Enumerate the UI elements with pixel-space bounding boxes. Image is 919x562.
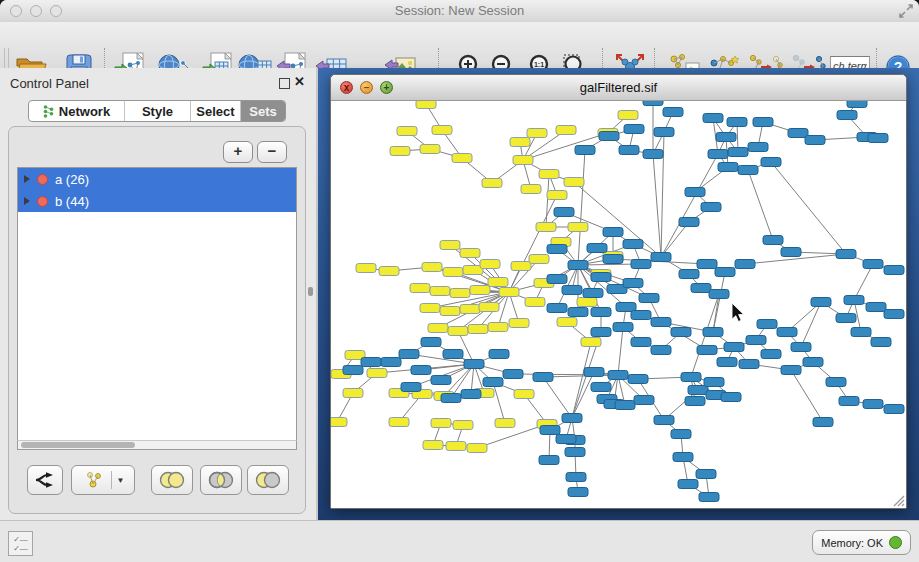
graph-node-blue[interactable] [464, 360, 484, 369]
graph-node-yellow[interactable] [509, 319, 529, 328]
graph-node-blue[interactable] [591, 328, 611, 337]
graph-node-blue[interactable] [671, 430, 691, 439]
graph-node-yellow[interactable] [499, 288, 519, 297]
graph-node-blue[interactable] [837, 111, 857, 120]
graph-node-blue[interactable] [761, 350, 781, 359]
graph-node-blue[interactable] [748, 143, 768, 152]
graph-node-yellow[interactable] [482, 179, 502, 188]
set-row-a[interactable]: a (26) [18, 168, 296, 190]
graph-node-blue[interactable] [753, 118, 773, 127]
graph-node-yellow[interactable] [367, 369, 387, 378]
graph-node-blue[interactable] [863, 260, 883, 269]
graph-node-blue[interactable] [401, 383, 421, 392]
graph-node-blue[interactable] [781, 248, 801, 257]
graph-node-blue[interactable] [685, 397, 705, 406]
graph-node-blue[interactable] [343, 366, 363, 375]
graph-node-blue[interactable] [724, 343, 744, 352]
graph-node-yellow[interactable] [568, 223, 588, 232]
graph-node-blue[interactable] [697, 346, 717, 355]
graph-node-yellow[interactable] [423, 441, 443, 450]
network-canvas[interactable] [331, 101, 906, 508]
remove-set-button[interactable]: − [257, 141, 287, 163]
fullscreen-icon[interactable] [899, 4, 913, 18]
tab-select[interactable]: Select [191, 101, 241, 121]
graph-node-blue[interactable] [547, 304, 567, 313]
graph-node-blue[interactable] [503, 370, 523, 379]
graph-node-blue[interactable] [738, 166, 758, 175]
create-set-from-network-button[interactable]: ▼ [71, 465, 135, 495]
graph-node-blue[interactable] [565, 448, 585, 457]
graph-node-yellow[interactable] [547, 191, 567, 200]
graph-node-blue[interactable] [568, 261, 588, 270]
graph-node-yellow[interactable] [448, 327, 468, 336]
scrollbar-thumb[interactable] [21, 442, 135, 448]
network-window-titlebar[interactable]: x – + galFiltered.sif [331, 75, 906, 101]
graph-node-blue[interactable] [728, 148, 748, 157]
graph-node-blue[interactable] [699, 493, 719, 502]
graph-node-blue[interactable] [556, 435, 576, 444]
graph-node-blue[interactable] [727, 118, 747, 127]
graph-node-blue[interactable] [608, 371, 628, 380]
set-union-button[interactable] [151, 465, 193, 495]
graph-node-blue[interactable] [717, 358, 737, 367]
graph-node-yellow[interactable] [618, 111, 638, 120]
graph-node-blue[interactable] [746, 336, 766, 345]
graph-node-yellow[interactable] [529, 255, 549, 264]
graph-node-blue[interactable] [704, 378, 724, 387]
graph-node-blue[interactable] [836, 250, 856, 259]
graph-node-yellow[interactable] [440, 307, 460, 316]
graph-node-yellow[interactable] [430, 287, 450, 296]
graph-node-blue[interactable] [634, 396, 654, 405]
graph-node-blue[interactable] [461, 390, 481, 399]
graph-node-blue[interactable] [868, 134, 888, 143]
split-set-button[interactable] [27, 465, 63, 495]
set-row-b[interactable]: b (44) [18, 190, 296, 212]
graph-node-blue[interactable] [811, 298, 831, 307]
graph-node-blue[interactable] [603, 228, 623, 237]
graph-node-blue[interactable] [639, 294, 659, 303]
graph-node-blue[interactable] [399, 350, 419, 359]
graph-node-yellow[interactable] [331, 418, 347, 427]
graph-node-blue[interactable] [654, 128, 674, 137]
graph-node-yellow[interactable] [343, 389, 363, 398]
graph-node-blue[interactable] [777, 328, 797, 337]
graph-node-blue[interactable] [871, 338, 891, 347]
graph-node-yellow[interactable] [431, 419, 451, 428]
graph-node-blue[interactable] [651, 253, 671, 262]
graph-node-blue[interactable] [623, 279, 643, 288]
graph-node-blue[interactable] [533, 373, 553, 382]
graph-node-blue[interactable] [540, 426, 560, 435]
graph-node-blue[interactable] [631, 338, 651, 347]
graph-node-blue[interactable] [688, 386, 708, 395]
graph-node-yellow[interactable] [460, 305, 480, 314]
graph-node-yellow[interactable] [581, 338, 601, 347]
network-graph[interactable] [331, 101, 906, 508]
graph-node-yellow[interactable] [453, 421, 473, 430]
graph-node-blue[interactable] [805, 136, 825, 145]
graph-node-blue[interactable] [739, 360, 759, 369]
graph-node-blue[interactable] [566, 473, 586, 482]
graph-node-blue[interactable] [691, 284, 711, 293]
graph-node-yellow[interactable] [389, 418, 409, 427]
graph-node-blue[interactable] [483, 378, 503, 387]
graph-node-yellow[interactable] [514, 390, 534, 399]
graph-node-blue[interactable] [591, 273, 611, 282]
graph-node-blue[interactable] [643, 150, 663, 159]
graph-node-blue[interactable] [547, 275, 567, 284]
graph-node-blue[interactable] [591, 308, 611, 317]
graph-node-blue[interactable] [623, 240, 643, 249]
graph-node-blue[interactable] [708, 150, 728, 159]
graph-node-blue[interactable] [813, 418, 833, 427]
graph-node-blue[interactable] [671, 328, 691, 337]
graph-node-blue[interactable] [678, 480, 698, 489]
memory-status-button[interactable]: Memory: OK [812, 530, 911, 555]
graph-node-blue[interactable] [624, 125, 644, 134]
graph-node-blue[interactable] [547, 245, 567, 254]
graph-node-yellow[interactable] [557, 318, 577, 327]
graph-node-blue[interactable] [568, 308, 588, 317]
graph-node-blue[interactable] [654, 416, 674, 425]
graph-node-blue[interactable] [757, 320, 777, 329]
graph-node-yellow[interactable] [556, 126, 576, 135]
graph-node-blue[interactable] [587, 244, 607, 253]
graph-node-blue[interactable] [709, 290, 729, 299]
